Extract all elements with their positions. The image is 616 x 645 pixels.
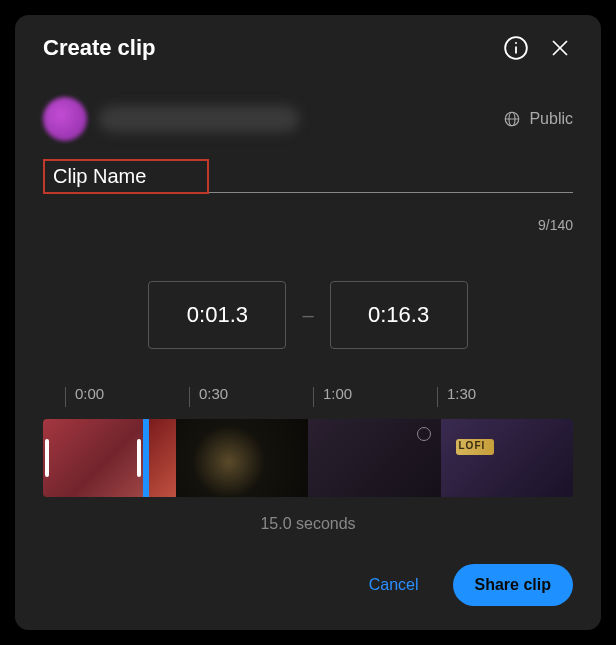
source-row: Public (43, 85, 573, 153)
header-actions (503, 35, 573, 61)
tick-label: 1:00 (323, 385, 352, 402)
channel-avatar (43, 97, 87, 141)
tick-label: 0:00 (75, 385, 104, 402)
timeline-thumbnails[interactable] (43, 419, 573, 497)
modal-content: Public 9/140 0:01.3 – 0:16.3 0:00 0:30 1… (15, 85, 601, 540)
info-icon[interactable] (503, 35, 529, 61)
timeline-thumb (441, 419, 574, 497)
visibility-indicator[interactable]: Public (503, 110, 573, 128)
clip-duration-label: 15.0 seconds (43, 515, 573, 533)
timeline-thumb (176, 419, 309, 497)
end-time-input[interactable]: 0:16.3 (330, 281, 468, 349)
close-icon[interactable] (547, 35, 573, 61)
start-time-input[interactable]: 0:01.3 (148, 281, 286, 349)
clip-name-input[interactable] (53, 165, 199, 188)
timeline-ticks: 0:00 0:30 1:00 1:30 (43, 385, 573, 415)
source-info (43, 97, 299, 141)
tick-label: 0:30 (199, 385, 228, 402)
char-counter: 9/140 (43, 217, 573, 233)
modal-title: Create clip (43, 35, 156, 61)
selection-handle-right[interactable] (137, 439, 141, 477)
clip-name-highlight (43, 159, 209, 194)
timeline: 0:00 0:30 1:00 1:30 15.0 seconds (43, 385, 573, 533)
share-clip-button[interactable]: Share clip (453, 564, 573, 606)
create-clip-modal: Create clip Publ (15, 15, 601, 630)
source-title-redacted (99, 106, 299, 132)
cancel-button[interactable]: Cancel (347, 564, 441, 606)
visibility-label: Public (529, 110, 573, 128)
tick-label: 1:30 (447, 385, 476, 402)
svg-point-2 (515, 42, 517, 44)
timeline-thumb (308, 419, 441, 497)
modal-header: Create clip (15, 15, 601, 73)
selection-range[interactable] (43, 419, 149, 497)
selection-handle-left[interactable] (45, 439, 49, 477)
globe-icon (503, 110, 521, 128)
time-separator: – (302, 304, 313, 327)
modal-footer: Cancel Share clip (15, 548, 601, 630)
time-range: 0:01.3 – 0:16.3 (43, 281, 573, 349)
